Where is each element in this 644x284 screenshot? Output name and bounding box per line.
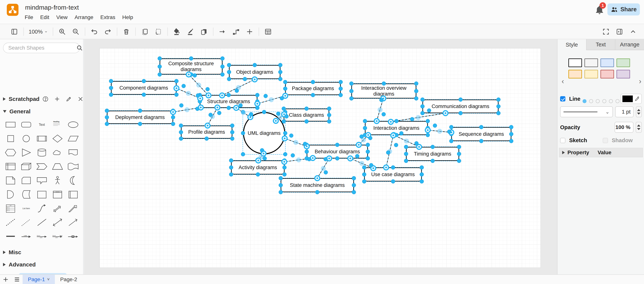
selection-handle[interactable] [394, 143, 398, 147]
edge-endpoint-handle[interactable] [254, 101, 260, 107]
selection-handle[interactable] [391, 179, 395, 184]
selection-handle[interactable] [249, 112, 253, 116]
edge-endpoint-handle[interactable] [174, 85, 180, 91]
shape-triangle[interactable] [18, 146, 34, 160]
edge-endpoint-handle[interactable] [282, 136, 288, 142]
selection-handle[interactable] [479, 125, 484, 129]
selection-handle[interactable] [509, 132, 513, 136]
selection-handle[interactable] [109, 79, 113, 83]
shape-directional-connector[interactable] [65, 215, 81, 229]
selection-handle[interactable] [414, 89, 418, 93]
selection-handle[interactable] [226, 106, 231, 110]
selection-handle[interactable] [404, 159, 408, 163]
shape-arrow-label[interactable]: Label [18, 229, 34, 243]
selection-handle[interactable] [262, 110, 266, 114]
sidebar-section-advanced[interactable]: Advanced [3, 261, 36, 268]
edge-endpoint-handle[interactable] [374, 118, 380, 124]
selection-handle[interactable] [109, 86, 113, 90]
selection-handle[interactable] [105, 122, 109, 126]
shape-horizontal-container[interactable] [65, 188, 81, 202]
edge-virtual-handle[interactable] [241, 110, 246, 115]
shape-curve[interactable] [34, 202, 50, 215]
shape-rounded-rectangle[interactable] [18, 118, 34, 132]
edge-virtual-handle[interactable] [278, 115, 282, 120]
selection-handle[interactable] [457, 145, 461, 149]
property-value-header[interactable]: Property Value [559, 148, 643, 157]
edge-endpoint-handle[interactable] [206, 92, 212, 98]
edge-endpoint-handle[interactable] [204, 122, 210, 128]
shape-list[interactable]: ListItem 1Item 2Item 3 [3, 202, 18, 215]
shape-data-storage[interactable] [18, 188, 34, 202]
edge-virtual-handle[interactable] [296, 158, 301, 162]
help-icon[interactable] [42, 96, 48, 102]
menu-view[interactable]: View [56, 14, 68, 20]
selection-handle[interactable] [509, 125, 513, 129]
selection-handle[interactable] [142, 79, 146, 83]
selection-handle[interactable] [382, 82, 386, 86]
selection-handle[interactable] [227, 70, 231, 74]
expand-arrow-icon[interactable] [3, 250, 6, 254]
selection-handle[interactable] [179, 103, 184, 108]
selection-handle[interactable] [204, 136, 209, 141]
menu-help[interactable]: Help [122, 14, 133, 20]
selection-handle[interactable] [235, 89, 239, 93]
selection-handle[interactable] [171, 122, 175, 126]
selection-handle[interactable] [189, 56, 193, 60]
selection-handle[interactable] [105, 108, 109, 113]
edge-virtual-handle[interactable] [359, 161, 364, 166]
selection-handle[interactable] [255, 93, 260, 97]
selection-handle[interactable] [279, 190, 283, 194]
selection-handle[interactable] [105, 115, 109, 119]
toggle-format-panel-button[interactable] [10, 27, 19, 36]
style-swatch-6[interactable] [600, 70, 614, 78]
shape-parallelogram[interactable] [65, 132, 81, 146]
selection-handle[interactable] [262, 156, 267, 160]
tab-style[interactable]: Style [558, 39, 586, 50]
selection-handle[interactable] [220, 56, 224, 60]
selection-handle[interactable] [352, 190, 356, 194]
line-color-swatch[interactable] [622, 96, 633, 102]
style-swatch-7[interactable] [616, 70, 630, 78]
shape-rectangle[interactable] [3, 118, 18, 132]
share-button[interactable]: Share [608, 4, 640, 16]
menu-edit[interactable]: Edit [40, 14, 49, 20]
selection-handle[interactable] [158, 72, 162, 76]
add-page-button[interactable] [0, 275, 11, 284]
shape-callout[interactable] [34, 174, 50, 188]
expand-arrow-icon[interactable] [3, 97, 6, 101]
selection-handle[interactable] [206, 87, 210, 91]
expand-arrow-icon[interactable] [3, 263, 6, 266]
shape-note[interactable] [3, 174, 18, 188]
selection-handle[interactable] [449, 125, 454, 129]
selection-handle[interactable] [366, 143, 370, 147]
shape-step[interactable] [34, 160, 50, 174]
delete-button[interactable] [122, 27, 131, 36]
selection-handle[interactable] [282, 172, 286, 176]
edge-endpoint-handle[interactable] [219, 92, 225, 98]
edge-virtual-handle[interactable] [269, 97, 274, 102]
pages-menu-icon[interactable] [11, 275, 22, 284]
opacity-stepper[interactable] [636, 122, 642, 133]
selection-handle[interactable] [282, 119, 286, 124]
selection-handle[interactable] [379, 98, 384, 102]
table-button[interactable] [263, 27, 273, 36]
selection-handle[interactable] [363, 119, 367, 123]
selection-handle[interactable] [349, 96, 354, 100]
selection-handle[interactable] [208, 113, 213, 117]
selection-handle[interactable] [196, 93, 200, 98]
selection-handle[interactable] [386, 150, 390, 155]
shape-trapezoid[interactable] [50, 160, 65, 174]
selection-handle[interactable] [226, 93, 231, 97]
selection-handle[interactable] [324, 157, 328, 161]
shape-arrow[interactable] [65, 202, 81, 215]
selection-handle[interactable] [327, 106, 331, 111]
edge-virtual-handle[interactable] [293, 140, 298, 145]
selection-handle[interactable] [496, 98, 500, 102]
selection-handle[interactable] [303, 142, 307, 146]
shape-cylinder[interactable] [34, 146, 50, 160]
selection-handle[interactable] [109, 92, 113, 97]
selection-handle[interactable] [241, 152, 245, 156]
search-icon[interactable] [76, 45, 83, 51]
shape-internal-storage[interactable] [3, 160, 18, 174]
selection-handle[interactable] [420, 111, 424, 115]
